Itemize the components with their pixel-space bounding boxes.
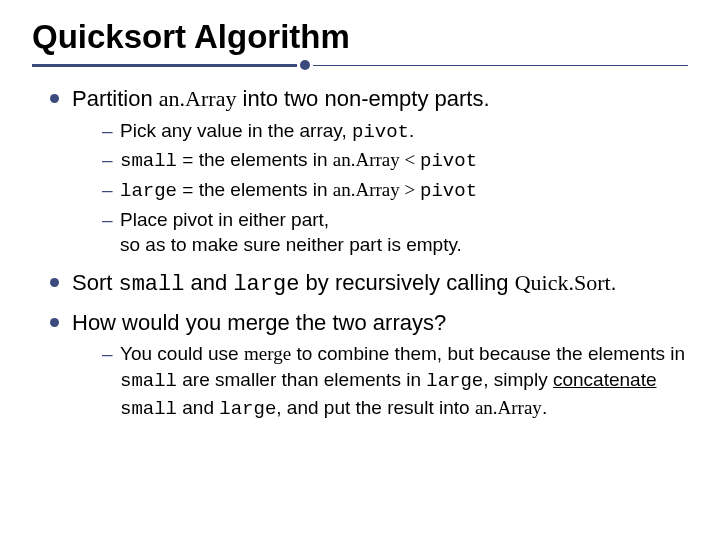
slide-title: Quicksort Algorithm [32, 18, 688, 56]
code: Quick.Sort [515, 270, 611, 295]
text: into two non-empty parts. [236, 86, 489, 111]
code: large [120, 180, 177, 202]
sublist-1: Pick any value in the array, pivot. smal… [72, 118, 688, 258]
underline: concatenate [553, 369, 657, 390]
code: large [219, 398, 276, 420]
code: pivot [420, 180, 477, 202]
text: by recursively calling [299, 270, 514, 295]
op: > [400, 179, 420, 200]
text: You could use [120, 343, 244, 364]
code: small [120, 398, 177, 420]
text: . [611, 270, 617, 295]
bullet-2: Sort small and large by recursively call… [50, 268, 688, 300]
code: an.Array [475, 397, 542, 418]
bullet-1: Partition an.Array into two non-empty pa… [50, 84, 688, 258]
text: Place pivot in either part, [120, 209, 329, 230]
op: < [400, 149, 420, 170]
text: Pick any value in the array, [120, 120, 352, 141]
text: = the elements in [177, 179, 333, 200]
sublist-3: You could use merge to combine them, but… [72, 341, 688, 422]
text: How would you merge the two arrays? [72, 310, 446, 335]
code: an.Array [159, 86, 237, 111]
rule-thin [313, 65, 688, 66]
text: . [542, 397, 547, 418]
code: pivot [352, 121, 409, 143]
code: small [120, 370, 177, 392]
sub-3-1: You could use merge to combine them, but… [102, 341, 688, 422]
text: , simply [483, 369, 553, 390]
text: , and put the result into [276, 397, 475, 418]
text: Sort [72, 270, 118, 295]
sub-1-3: large = the elements in an.Array > pivot [102, 177, 688, 205]
code: large [233, 272, 299, 297]
text: are smaller than elements in [177, 369, 426, 390]
rule-dot-icon [300, 60, 310, 70]
bullet-3: How would you merge the two arrays? You … [50, 308, 688, 423]
rule-bar [32, 64, 297, 67]
code: small [118, 272, 184, 297]
code: merge [244, 343, 291, 364]
text: so as to make sure neither part is empty… [120, 234, 462, 255]
sub-1-4: Place pivot in either part, so as to mak… [102, 207, 688, 258]
slide: Quicksort Algorithm Partition an.Array i… [0, 0, 720, 456]
text: . [409, 120, 414, 141]
code: pivot [420, 150, 477, 172]
bullet-list: Partition an.Array into two non-empty pa… [32, 84, 688, 422]
text: to combine them, but because the element… [291, 343, 685, 364]
text: = the elements in [177, 149, 333, 170]
text: and [184, 270, 233, 295]
sub-1-2: small = the elements in an.Array < pivot [102, 147, 688, 175]
code: large [426, 370, 483, 392]
text: Partition [72, 86, 159, 111]
code: an.Array [333, 179, 400, 200]
title-rule [32, 60, 688, 70]
text: and [177, 397, 219, 418]
sub-1-1: Pick any value in the array, pivot. [102, 118, 688, 146]
code: an.Array [333, 149, 400, 170]
code: small [120, 150, 177, 172]
